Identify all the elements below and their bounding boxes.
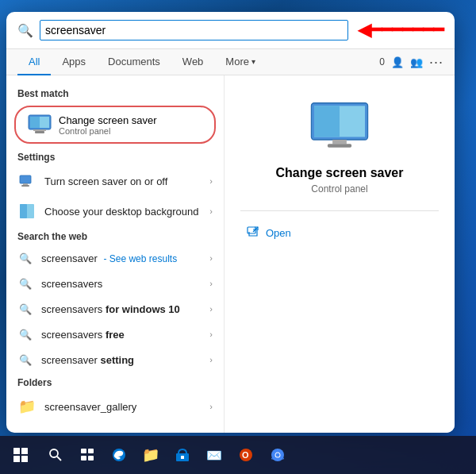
svg-rect-29 [181, 456, 184, 459]
best-match-subtitle: Control panel [59, 126, 157, 136]
control-panel-icon [27, 114, 52, 136]
svg-rect-17 [13, 448, 20, 454]
web-chevron-2: › [209, 304, 213, 314]
svg-rect-7 [21, 185, 29, 187]
settings-item-0[interactable]: Turn screen saver on or off › [6, 166, 224, 196]
chevron-icon-0: › [209, 176, 213, 186]
web-search-icon-3: 🔍 [17, 326, 33, 342]
best-match-text: Change screen saver Control panel [59, 114, 157, 136]
folder-item[interactable]: 📁 screensaver_gallery › [6, 391, 224, 422]
svg-rect-26 [88, 456, 94, 461]
web-item-0[interactable]: 🔍 screensaver - See web results › [6, 245, 224, 271]
search-content: Best match Change screen saver Control p… [6, 75, 455, 433]
taskbar-store[interactable] [168, 441, 197, 469]
taskbar-explorer[interactable]: 📁 [136, 441, 165, 469]
svg-point-34 [276, 453, 280, 457]
tab-documents[interactable]: Documents [97, 49, 171, 75]
people-icon[interactable]: 👥 [410, 56, 423, 68]
svg-rect-19 [13, 456, 20, 462]
web-search-icon-1: 🔍 [17, 276, 33, 291]
detail-divider [240, 210, 439, 211]
folder-label: screensaver_gallery [44, 401, 136, 413]
more-options-icon[interactable]: ··· [429, 54, 443, 71]
web-label-3: screensavers free [41, 329, 209, 341]
svg-rect-12 [314, 106, 340, 137]
svg-line-22 [57, 457, 61, 461]
web-item-2[interactable]: 🔍 screensavers for windows 10 › [6, 296, 224, 322]
web-chevron-0: › [209, 253, 213, 263]
web-label-0: screensaver - See web results [41, 252, 209, 264]
settings-header: Settings [6, 147, 224, 166]
settings-label-1: Choose your desktop background [44, 206, 209, 218]
taskbar-taskview[interactable] [73, 441, 102, 469]
folder-chevron: › [209, 402, 213, 411]
search-icon: 🔍 [17, 23, 33, 38]
taskbar-office[interactable]: O [232, 441, 260, 469]
settings-item-1[interactable]: Choose your desktop background › [6, 196, 224, 226]
web-chevron-3: › [209, 329, 213, 339]
svg-rect-13 [332, 140, 347, 144]
taskbar-mail[interactable]: ✉️ [200, 441, 228, 469]
svg-text:O: O [242, 450, 249, 460]
folders-header: Folders [6, 372, 224, 391]
web-item-4[interactable]: 🔍 screensaver setting › [6, 347, 224, 372]
web-chevron-1: › [209, 279, 213, 288]
web-sub-0: - See web results [103, 253, 177, 264]
web-label-2: screensavers for windows 10 [41, 303, 209, 315]
count-badge: 0 [379, 56, 385, 67]
person-icon[interactable]: 👤 [391, 56, 404, 68]
svg-rect-1 [33, 129, 46, 131]
settings-icon-1 [17, 202, 36, 221]
settings-label-0: Turn screen saver on or off [44, 175, 209, 187]
svg-rect-4 [30, 117, 40, 128]
tab-all[interactable]: All [17, 49, 51, 75]
web-chevron-4: › [209, 355, 213, 364]
best-match-item[interactable]: Change screen saver Control panel [14, 106, 216, 144]
taskbar-start[interactable] [6, 441, 35, 469]
chevron-icon-1: › [209, 206, 213, 216]
detail-icon-wrap [308, 99, 371, 155]
svg-point-21 [50, 449, 58, 457]
folder-icon: 📁 [17, 397, 36, 416]
taskbar-search[interactable] [41, 441, 70, 469]
tab-right-icons: 0 👤 👥 ··· [379, 54, 443, 71]
tab-web[interactable]: Web [171, 49, 215, 75]
svg-rect-6 [23, 183, 28, 185]
tab-apps[interactable]: Apps [51, 49, 97, 75]
svg-rect-5 [20, 175, 31, 183]
svg-rect-25 [81, 456, 86, 461]
detail-title: Change screen saver [276, 166, 404, 180]
web-item-3[interactable]: 🔍 screensavers free › [6, 322, 224, 347]
search-tabs: All Apps Documents Web More ▾ 0 👤 👥 ··· [6, 49, 455, 75]
open-action[interactable]: Open [240, 222, 298, 244]
svg-rect-24 [88, 449, 94, 453]
left-panel: Best match Change screen saver Control p… [6, 75, 225, 433]
taskbar-edge[interactable] [105, 441, 133, 469]
web-search-icon-4: 🔍 [17, 352, 33, 368]
search-input[interactable] [40, 20, 348, 40]
web-search-icon-0: 🔍 [17, 250, 33, 266]
taskbar-chrome[interactable] [263, 441, 292, 469]
settings-icon-0 [17, 171, 36, 191]
web-search-header: Search the web [6, 226, 224, 245]
open-label: Open [266, 227, 291, 239]
web-search-icon-2: 🔍 [17, 301, 33, 317]
svg-rect-2 [35, 131, 44, 133]
search-input-bar: 🔍 ◀━━━━━━━ [6, 12, 455, 49]
best-match-title: Change screen saver [59, 114, 157, 126]
svg-rect-23 [81, 449, 86, 453]
search-window: 🔍 ◀━━━━━━━ All Apps Documents Web More ▾… [6, 12, 455, 433]
open-icon [247, 225, 259, 241]
best-match-header: Best match [6, 83, 224, 102]
web-label-1: screensavers [41, 278, 209, 290]
web-item-1[interactable]: 🔍 screensavers › [6, 271, 224, 296]
svg-rect-9 [20, 204, 27, 218]
web-label-4: screensaver setting [41, 354, 209, 366]
svg-rect-20 [21, 456, 28, 462]
tab-more[interactable]: More ▾ [214, 49, 267, 75]
arrow-annotation: ◀━━━━━━━ [358, 20, 443, 40]
taskbar: 📁 ✉️ O [0, 436, 476, 474]
detail-subtitle: Control panel [311, 183, 367, 195]
chevron-down-icon: ▾ [251, 57, 255, 66]
svg-rect-18 [21, 448, 28, 454]
